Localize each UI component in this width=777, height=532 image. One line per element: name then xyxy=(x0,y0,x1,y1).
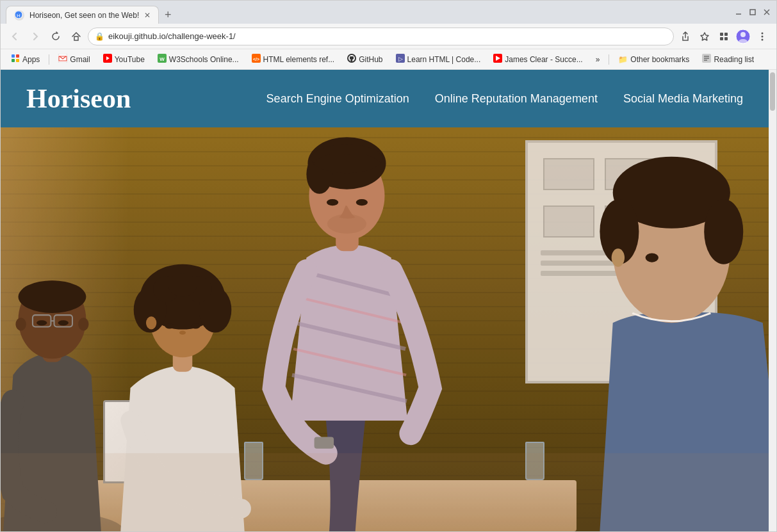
bookmark-star-button[interactable] xyxy=(696,28,714,45)
page-content: Horiseon Search Engine Optimization Onli… xyxy=(1,70,776,531)
svg-marker-7 xyxy=(701,33,708,40)
james-clear-label: James Clear - Succe... xyxy=(505,55,582,64)
bookmark-github[interactable]: GitHub xyxy=(342,52,388,67)
svg-point-13 xyxy=(740,32,746,37)
youtube-label: YouTube xyxy=(115,55,145,64)
scrollbar[interactable] xyxy=(769,70,776,531)
reload-button[interactable] xyxy=(47,28,65,45)
svg-rect-19 xyxy=(16,54,19,58)
svg-rect-8 xyxy=(720,33,723,36)
james-clear-icon xyxy=(493,54,502,65)
forward-button[interactable] xyxy=(26,28,44,45)
bookmark-divider-1 xyxy=(49,54,49,65)
youtube-icon xyxy=(103,54,112,65)
nav-right-controls xyxy=(676,28,771,45)
scrollbar-thumb[interactable] xyxy=(770,72,775,111)
github-icon xyxy=(347,54,356,65)
extensions-button[interactable] xyxy=(715,28,733,45)
apps-label: Apps xyxy=(22,55,40,64)
bookmark-youtube[interactable]: YouTube xyxy=(98,52,150,67)
bookmark-divider-2 xyxy=(609,54,609,65)
hero-image xyxy=(1,127,769,531)
website: Horiseon Search Engine Optimization Onli… xyxy=(1,70,769,531)
active-tab[interactable]: H Horiseon, Get seen on the Web! ✕ xyxy=(6,6,159,24)
bookmark-james-clear[interactable]: James Clear - Succe... xyxy=(488,52,587,67)
browser-window: H Horiseon, Get seen on the Web! ✕ + xyxy=(0,0,777,532)
learn-html-icon: ▷ xyxy=(396,54,405,65)
learn-html-label: Learn HTML | Code... xyxy=(407,55,481,64)
html-elements-label: HTML elements ref... xyxy=(263,55,335,64)
profile-button[interactable] xyxy=(734,28,752,45)
more-bookmarks-label: » xyxy=(596,55,600,64)
site-header: Horiseon Search Engine Optimization Onli… xyxy=(1,70,769,127)
bookmark-other-bookmarks[interactable]: 📁 Other bookmarks xyxy=(613,53,694,66)
folder-icon: 📁 xyxy=(618,55,628,64)
bookmark-apps[interactable]: Apps xyxy=(6,52,45,67)
svg-point-16 xyxy=(762,35,764,37)
svg-rect-18 xyxy=(12,54,15,58)
title-bar: H Horiseon, Get seen on the Web! ✕ + xyxy=(1,1,776,24)
home-button[interactable] xyxy=(67,28,85,45)
nav-orm[interactable]: Online Reputation Management xyxy=(435,92,598,106)
nav-smm[interactable]: Social Media Marketing xyxy=(623,92,743,106)
more-menu-button[interactable] xyxy=(753,28,771,45)
hero-scene xyxy=(1,127,769,531)
tab-title: Horiseon, Get seen on the Web! xyxy=(29,11,139,20)
back-button[interactable] xyxy=(6,28,24,45)
new-tab-button[interactable]: + xyxy=(159,6,177,24)
bookmark-w3schools[interactable]: W W3Schools Online... xyxy=(152,52,244,67)
other-bookmarks-label: Other bookmarks xyxy=(630,55,689,64)
svg-rect-21 xyxy=(16,59,19,62)
maximize-button[interactable] xyxy=(748,8,757,17)
html-elements-icon: </> xyxy=(252,54,261,65)
gmail-icon xyxy=(58,54,67,65)
ssl-lock-icon: 🔒 xyxy=(95,32,104,41)
tab-bar: H Horiseon, Get seen on the Web! ✕ + xyxy=(6,1,732,24)
svg-rect-20 xyxy=(12,59,15,62)
bookmark-reading-list[interactable]: Reading list xyxy=(697,52,759,67)
svg-text:</>: </> xyxy=(253,57,259,61)
w3schools-icon: W xyxy=(158,54,167,65)
svg-text:▷: ▷ xyxy=(398,56,402,62)
gmail-label: Gmail xyxy=(70,55,90,64)
tab-favicon: H xyxy=(14,10,24,20)
bookmark-gmail[interactable]: Gmail xyxy=(53,52,95,67)
svg-point-15 xyxy=(762,32,764,34)
svg-point-14 xyxy=(739,39,748,44)
svg-point-17 xyxy=(762,38,764,40)
w3schools-label: W3Schools Online... xyxy=(169,55,239,64)
svg-rect-6 xyxy=(74,36,78,40)
photo-overlay xyxy=(1,127,769,531)
svg-rect-3 xyxy=(750,10,755,15)
minimize-button[interactable] xyxy=(734,8,743,17)
bookmark-more[interactable]: » xyxy=(591,53,605,66)
reading-list-label: Reading list xyxy=(714,55,754,64)
reading-list-icon xyxy=(702,54,711,65)
svg-rect-22 xyxy=(58,54,67,63)
bookmark-html-elements[interactable]: </> HTML elements ref... xyxy=(247,52,340,67)
svg-text:H: H xyxy=(17,13,20,19)
svg-rect-11 xyxy=(724,37,728,40)
close-button[interactable] xyxy=(762,8,771,17)
svg-rect-9 xyxy=(724,33,728,36)
site-logo: Horiseon xyxy=(26,83,131,114)
svg-text:W: W xyxy=(159,56,165,62)
bookmark-learn-html[interactable]: ▷ Learn HTML | Code... xyxy=(391,52,486,67)
tab-close-button[interactable]: ✕ xyxy=(144,11,151,20)
site-navigation: Search Engine Optimization Online Reputa… xyxy=(266,92,743,106)
navigation-bar: 🔒 eikouji.github.io/challenge-week-1/ xyxy=(1,24,776,49)
svg-rect-10 xyxy=(720,37,723,40)
url-text: eikouji.github.io/challenge-week-1/ xyxy=(108,31,667,41)
bookmarks-bar: Apps Gmail YouTube W W3Schools Online... xyxy=(1,49,776,70)
apps-icon xyxy=(11,54,20,65)
github-label: GitHub xyxy=(359,55,382,64)
address-bar[interactable]: 🔒 eikouji.github.io/challenge-week-1/ xyxy=(88,28,674,45)
window-controls xyxy=(734,8,771,17)
nav-seo[interactable]: Search Engine Optimization xyxy=(266,92,409,106)
share-button[interactable] xyxy=(676,28,694,45)
